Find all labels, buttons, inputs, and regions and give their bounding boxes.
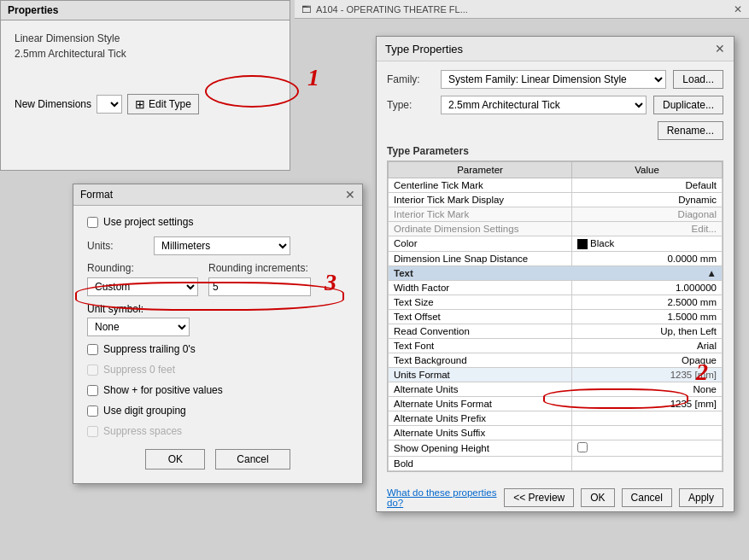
table-row-value [572,411,723,425]
type-props-body: Family: System Family: Linear Dimension … [377,61,734,481]
edit-type-icon: ⊞ [135,97,145,111]
section-expand-icon[interactable]: ▲ [707,268,717,278]
preview-button[interactable]: << Preview [504,488,574,507]
table-row-value: 1.000000 [572,280,723,295]
properties-panel: Properties Linear Dimension Style 2.5mm … [0,0,290,171]
use-project-settings-row: Use project settings [87,216,348,228]
table-row-value: Dynamic [572,193,723,207]
type-params-label: Type Parameters [387,145,723,157]
table-row: Alternate Units Format [389,396,572,411]
bg-window-close[interactable]: ✕ [734,3,742,15]
units-select[interactable]: Millimeters [154,236,290,255]
type-properties-dialog: Type Properties ✕ Family: System Family:… [376,36,734,512]
duplicate-button[interactable]: Duplicate... [653,96,723,114]
col-value-header: Value [572,162,723,178]
unit-symbol-label: Unit symbol: [87,303,348,315]
rounding-increment-col: Rounding increments: 5 [208,262,311,296]
edit-type-button[interactable]: ⊞ Edit Type [127,94,199,114]
family-select[interactable]: System Family: Linear Dimension Style [441,70,666,89]
suppress-spaces-label: Suppress spaces [103,425,182,437]
table-row: Text Size [389,295,572,309]
dimension-style-info: Linear Dimension Style 2.5mm Architectur… [8,27,283,65]
bg-window-icon: 🗔 [301,4,311,15]
checkbox-value[interactable] [572,440,723,456]
table-row-value: 0.0000 mm [572,251,723,265]
format-ok-button[interactable]: OK [145,449,205,470]
table-row: Alternate Units [389,382,572,396]
type-row: Type: 2.5mm Architectural Tick Duplicate… [387,96,723,114]
footer-buttons: << Preview OK Cancel Apply [504,488,723,507]
type-select[interactable]: 2.5mm Architectural Tick [441,96,647,114]
bg-window-bar: 🗔 A104 - OPERATING THEATRE FL... ✕ [295,0,749,19]
suppress-trailing-label: Suppress trailing 0's [103,343,196,355]
type-props-title-bar: Type Properties ✕ [377,37,734,61]
unit-symbol-row: Unit symbol: None [87,303,348,336]
rename-button[interactable]: Rename... [658,121,723,140]
rounding-increment-input[interactable]: 5 [208,277,311,296]
table-row: Text Font [389,338,572,353]
new-dimensions-label: New Dimensions [15,98,91,110]
show-plus-label: Show + for positive values [103,384,223,396]
suppress-trailing-checkbox[interactable] [87,344,98,355]
format-dialog-close[interactable]: ✕ [345,189,355,201]
params-table: Parameter Value Centerline Tick MarkDefa… [388,161,723,471]
table-row: Color [389,236,572,252]
suppress-0feet-row: Suppress 0 feet [87,364,348,376]
use-digit-row: Use digit grouping [87,405,348,417]
annotation-number-2: 2 [696,359,708,386]
format-dialog-title-bar: Format ✕ [73,184,362,206]
table-row-value: Edit... [572,222,723,236]
table-row-value [572,456,723,470]
params-scroll-area[interactable]: Parameter Value Centerline Tick MarkDefa… [387,160,723,472]
rounding-select[interactable]: Custom [87,277,198,296]
show-opening-height-checkbox[interactable] [577,442,588,452]
suppress-spaces-checkbox[interactable] [87,426,98,437]
show-plus-checkbox[interactable] [87,385,98,396]
tp-cancel-button[interactable]: Cancel [622,488,672,507]
tp-ok-button[interactable]: OK [581,488,614,507]
family-row: Family: System Family: Linear Dimension … [387,70,723,89]
col-param-header: Parameter [389,162,572,178]
use-digit-label: Use digit grouping [103,405,186,417]
suppress-spaces-row: Suppress spaces [87,425,348,437]
annotation-number-3: 3 [325,269,336,296]
table-row: Interior Tick Mark Display [389,193,572,207]
suppress-0feet-checkbox[interactable] [87,365,98,376]
table-row: Ordinate Dimension Settings [389,222,572,236]
type-props-title: Type Properties [385,43,463,55]
table-row: Read Convention [389,324,572,338]
use-digit-checkbox[interactable] [87,405,98,417]
table-row: Interior Tick Mark [389,207,572,222]
suppress-0feet-label: Suppress 0 feet [103,364,175,376]
new-dimensions-select[interactable] [97,95,122,114]
load-button[interactable]: Load... [673,70,723,89]
use-project-settings-checkbox[interactable] [87,217,98,228]
table-row: Centerline Tick Mark [389,178,572,193]
table-row: Width Factor [389,280,572,295]
table-row-value [572,425,723,440]
type-label: Type: [387,99,434,111]
type-props-footer: What do these properties do? << Preview … [377,481,734,511]
format-dialog-title: Format [80,189,113,201]
family-label: Family: [387,73,434,85]
units-format-param: Units Format [389,367,572,382]
color-value: Black [572,236,723,252]
format-cancel-button[interactable]: Cancel [215,449,290,470]
annotation-number-1: 1 [307,64,319,91]
unit-symbol-select[interactable]: None [87,318,190,336]
format-dialog: Format ✕ Use project settings Units: Mil… [73,184,363,484]
rounding-label: Rounding: [87,262,198,274]
rounding-col: Rounding: Custom [87,262,198,296]
table-row-value: Diagonal [572,207,723,222]
type-props-close[interactable]: ✕ [715,42,725,55]
use-project-settings-label: Use project settings [103,216,193,228]
properties-dropdown-row: New Dimensions ⊞ Edit Type [8,90,283,118]
table-row-value: 1235 [mm] [572,396,723,411]
rounding-increment-label: Rounding increments: [208,262,311,274]
table-row-value: Default [572,178,723,193]
suppress-trailing-row: Suppress trailing 0's [87,343,348,355]
help-link[interactable]: What do these properties do? [387,487,504,508]
tp-apply-button[interactable]: Apply [679,488,723,507]
table-row: Bold [389,456,572,470]
units-row: Units: Millimeters [87,236,348,255]
